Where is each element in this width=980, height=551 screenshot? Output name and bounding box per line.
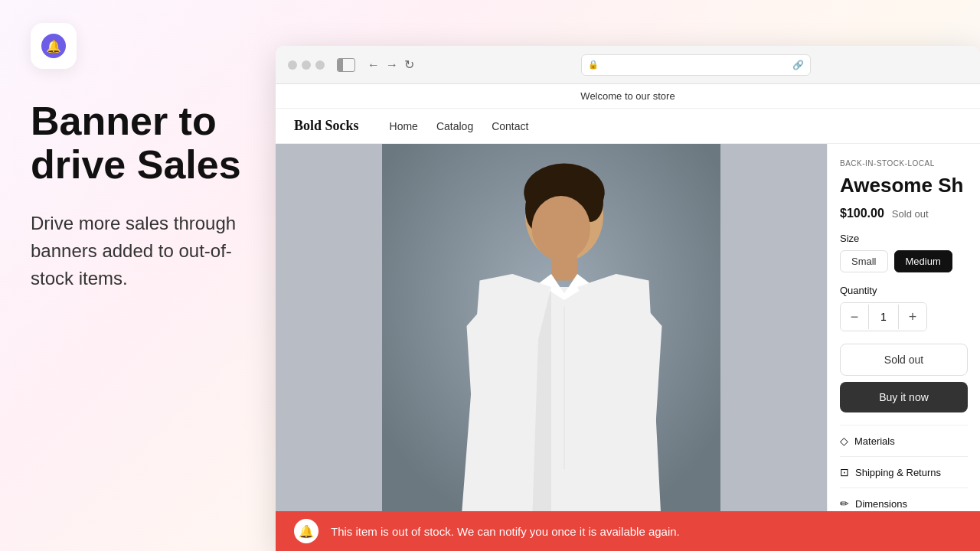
bell-icon-wrapper: 🔔 xyxy=(31,23,77,69)
quantity-label: Quantity xyxy=(840,285,968,296)
sold-out-badge: Sold out xyxy=(892,208,929,220)
headline: Banner to drive Sales xyxy=(31,99,245,187)
url-bar[interactable]: 🔒 🔗 xyxy=(581,54,811,76)
back-button[interactable]: ← xyxy=(368,58,380,72)
dot-red xyxy=(288,60,297,70)
dimensions-icon: ✏ xyxy=(840,497,849,510)
accordion-dimensions-label: Dimensions xyxy=(855,498,907,510)
browser-nav: ← → ↻ xyxy=(368,57,414,72)
product-price: $100.00 xyxy=(840,207,884,220)
store-banner: Welcome to our store xyxy=(276,84,980,109)
dot-yellow xyxy=(302,60,311,70)
notification-bar: 🔔 This item is out of stock. We can noti… xyxy=(276,511,980,551)
notification-bell-icon: 🔔 xyxy=(294,519,318,543)
store-logo: Bold Socks xyxy=(294,118,359,134)
browser-dots xyxy=(288,60,325,70)
materials-icon: ◇ xyxy=(840,435,848,447)
notification-text: This item is out of stock. We can notify… xyxy=(331,525,680,538)
store-nav: Bold Socks Home Catalog Contact xyxy=(276,109,980,144)
browser-chrome: ← → ↻ 🔒 🔗 xyxy=(276,46,980,84)
nav-home[interactable]: Home xyxy=(390,120,418,132)
refresh-button[interactable]: ↻ xyxy=(404,57,414,72)
product-details: BACK-IN-STOCK-LOCAL Awesome Sh $100.00 S… xyxy=(827,144,980,534)
sidebar-toggle-icon[interactable] xyxy=(337,58,355,72)
link-icon: 🔗 xyxy=(792,60,804,70)
product-title: Awesome Sh xyxy=(840,174,968,197)
product-image-area xyxy=(276,144,827,534)
size-small[interactable]: Small xyxy=(840,250,888,272)
accordion-materials[interactable]: ◇ Materials xyxy=(840,425,968,456)
accordion-shipping-label: Shipping & Returns xyxy=(855,467,941,478)
bell-icon: 🔔 xyxy=(41,34,66,58)
size-label: Size xyxy=(840,233,968,244)
sold-out-button: Sold out xyxy=(840,344,968,376)
store-content: Welcome to our store Bold Socks Home Cat… xyxy=(276,84,980,551)
quantity-control: − 1 + xyxy=(840,302,927,331)
buy-now-button[interactable]: Buy it now xyxy=(840,382,968,412)
size-options: Small Medium xyxy=(840,250,968,272)
dot-green xyxy=(315,60,325,70)
forward-button[interactable]: → xyxy=(386,58,398,72)
lock-icon: 🔒 xyxy=(588,60,599,70)
svg-rect-7 xyxy=(551,255,577,281)
quantity-increase-button[interactable]: + xyxy=(899,303,926,331)
svg-point-6 xyxy=(532,196,591,261)
subtext: Drive more sales through banners added t… xyxy=(31,210,245,292)
nav-catalog[interactable]: Catalog xyxy=(436,120,473,132)
browser-window: ← → ↻ 🔒 🔗 Welcome to our store Bold Sock… xyxy=(276,46,980,551)
quantity-value: 1 xyxy=(868,305,899,329)
nav-contact[interactable]: Contact xyxy=(492,120,528,132)
left-panel: 🔔 Banner to drive Sales Drive more sales… xyxy=(0,0,276,551)
store-menu: Home Catalog Contact xyxy=(390,120,529,132)
price-row: $100.00 Sold out xyxy=(840,207,968,220)
size-medium[interactable]: Medium xyxy=(894,250,952,272)
quantity-decrease-button[interactable]: − xyxy=(841,303,868,331)
shipping-icon: ⊡ xyxy=(840,466,849,478)
product-tag: BACK-IN-STOCK-LOCAL xyxy=(840,159,968,168)
accordion-shipping[interactable]: ⊡ Shipping & Returns xyxy=(840,456,968,487)
store-main: BACK-IN-STOCK-LOCAL Awesome Sh $100.00 S… xyxy=(276,144,980,534)
product-image-svg xyxy=(276,144,827,534)
accordion-materials-label: Materials xyxy=(854,435,895,447)
